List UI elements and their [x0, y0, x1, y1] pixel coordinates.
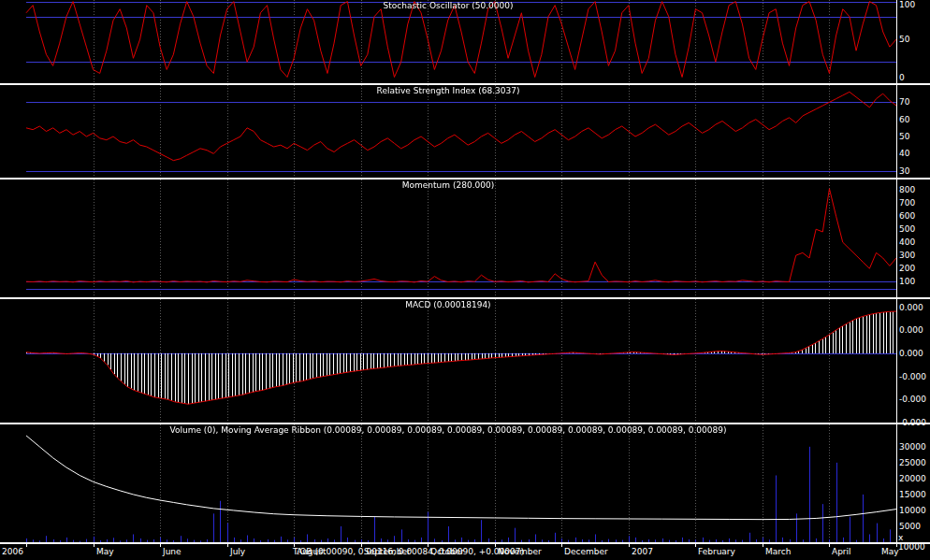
- x-axis-tick: [896, 544, 897, 547]
- x-axis-label-8: December: [564, 547, 608, 556]
- panel-volume: Volume (0), Moving Average Ribbon (0.000…: [0, 424, 896, 542]
- x-axis-tick: [26, 544, 27, 547]
- x-axis-label-13: May: [881, 547, 899, 556]
- x-axis-tick: [829, 544, 830, 547]
- momentum-ytick: 700: [899, 198, 915, 208]
- macd-title: MACD (0.00018194): [0, 300, 896, 310]
- panel-separator: [0, 178, 930, 179]
- volume-title: Volume (0), Moving Average Ribbon (0.000…: [0, 425, 896, 436]
- x-axis-label-11: March: [765, 547, 791, 556]
- rsi-plot-canvas: [0, 85, 896, 178]
- rsi-ytick: 60: [899, 115, 909, 124]
- momentum-ytick: 500: [899, 224, 915, 234]
- stochastic-ytick: 100: [899, 0, 915, 9]
- momentum-ytick: 800: [899, 185, 915, 194]
- stochastic-plot-canvas: [0, 0, 896, 83]
- momentum-ytick: 600: [899, 211, 915, 221]
- panel-macd: MACD (0.00018194): [0, 299, 896, 423]
- x-axis-tick: [629, 544, 630, 547]
- x-axis-tick: [763, 544, 763, 547]
- rsi-ytick: 30: [899, 166, 909, 176]
- x-axis-label-9: 2007: [632, 547, 653, 556]
- rsi-ytick: 50: [899, 132, 909, 141]
- ticker-quote-overlay: T.OB (0.00090, 0.00116, 0.00084, 0.00090…: [293, 547, 524, 556]
- macd-ytick: -0.000: [899, 372, 926, 381]
- panel-separator: [0, 297, 930, 299]
- x-axis-label-1: May: [96, 547, 114, 556]
- momentum-ytick: 200: [899, 264, 915, 273]
- panel-stochastic: Stochastic Oscillator (50.0000): [0, 0, 896, 83]
- stochastic-ytick: 0: [899, 73, 905, 82]
- x-axis-label-3: July: [230, 547, 245, 556]
- volume-ytick: 15000: [899, 490, 926, 499]
- rsi-ytick: 40: [899, 149, 909, 158]
- x-axis-tick: [160, 544, 161, 547]
- macd-ytick: 0.000: [899, 349, 923, 358]
- momentum-ytick: 300: [899, 251, 915, 260]
- momentum-title: Momentum (280.000): [0, 180, 896, 191]
- x-axis-tick: [695, 544, 696, 547]
- momentum-ytick: 100: [899, 277, 915, 286]
- momentum-plot-canvas: [0, 179, 896, 297]
- right-axis-spine: [896, 0, 897, 544]
- x-axis-tick: [561, 544, 562, 547]
- rsi-ytick: 70: [899, 97, 909, 107]
- panel-separator: [0, 423, 930, 424]
- x-axis-tick: [227, 544, 228, 547]
- x-axis-label-0: 2006: [2, 547, 23, 556]
- x-axis-label-2: June: [163, 547, 182, 556]
- x-axis-label-10: February: [698, 547, 735, 556]
- volume-ytick: 20000: [899, 474, 926, 483]
- metastock-chart-window: T.OB (0.00090, 0.00116, 0.00084, 0.00090…: [0, 0, 930, 560]
- x-axis-label-12: April: [832, 547, 851, 556]
- volume-ytick: 10000: [899, 506, 926, 515]
- volume-ytick: 30000: [899, 442, 926, 452]
- momentum-ytick: 400: [899, 237, 915, 247]
- rsi-title: Relative Strength Index (68.3037): [0, 86, 896, 96]
- macd-plot-canvas: [0, 299, 896, 423]
- panel-separator: [0, 542, 930, 544]
- stochastic-ytick: 50: [899, 35, 909, 44]
- macd-ytick: 0.000: [899, 325, 923, 335]
- stochastic-title: Stochastic Oscillator (50.0000): [0, 1, 896, 11]
- volume-plot-canvas: [0, 424, 896, 542]
- panel-separator: [0, 83, 930, 85]
- macd-ytick: -0.000: [899, 395, 926, 404]
- volume-ytick: 5000: [899, 522, 921, 531]
- x-axis-tick: [94, 544, 94, 547]
- macd-ytick: 0.000: [899, 303, 923, 312]
- panel-momentum: Momentum (280.000): [0, 179, 896, 297]
- volume-ytick: 25000: [899, 458, 926, 467]
- panel-rsi: Relative Strength Index (68.3037): [0, 85, 896, 178]
